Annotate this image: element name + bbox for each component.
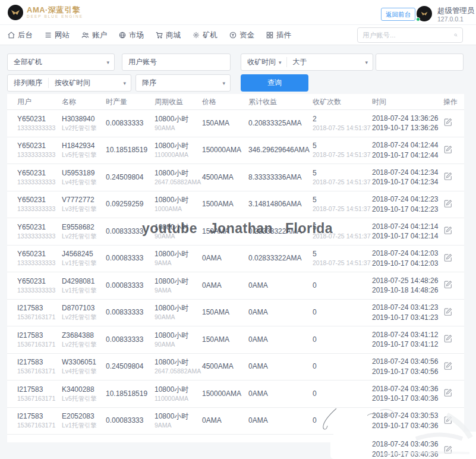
user-phone: 15367163171: [17, 367, 62, 375]
cell-price: 0AMA: [202, 416, 248, 425]
time-value-box: [376, 54, 464, 71]
cell-actions: [443, 253, 464, 265]
cell-user: Y650231 13333333333: [17, 277, 62, 294]
collect-count-value: 2: [313, 115, 372, 124]
nav-item-backstage[interactable]: 后台: [7, 30, 33, 40]
chevron-down-icon: ▾: [102, 59, 114, 65]
edit-icon[interactable]: [443, 225, 453, 235]
collect-count-value: 0: [313, 389, 372, 398]
query-button[interactable]: 查询: [241, 74, 308, 92]
edit-icon[interactable]: [443, 361, 453, 370]
cell-name: W3306051 Lv4托管引擎: [62, 358, 106, 375]
order-field-select-value[interactable]: 按收矿时间: [49, 78, 90, 88]
operator-select-value[interactable]: 大于: [287, 57, 307, 67]
edit-icon[interactable]: [443, 171, 453, 181]
period-hours: 10800小时: [155, 385, 202, 394]
logo[interactable]: AMA·深蓝引擎 DEEP BLUE ENGINE: [8, 5, 83, 20]
nav-item-miner[interactable]: 矿机: [192, 30, 217, 40]
edit-icon[interactable]: [443, 253, 453, 262]
cell-name: V7772772 Lv3托管引擎: [62, 196, 106, 213]
cell-actions: [443, 199, 464, 210]
edit-icon[interactable]: [443, 307, 453, 316]
edit-icon[interactable]: [443, 445, 453, 454]
nav-search-box[interactable]: [357, 27, 463, 43]
nav-item-label: 账户: [92, 30, 107, 40]
start-time: 2018-07-24 04:12:23: [372, 194, 443, 205]
cell-collect-count: 2 2018-07-25 14:51:37: [313, 115, 372, 132]
cell-time: 2018-07-25 14:48:26 2019-10-18 14:48:26: [372, 276, 443, 295]
cell-period-income: 10800小时 90AMA: [155, 304, 202, 321]
nav-item-mall[interactable]: 商城: [155, 30, 181, 40]
price-value: 4500AMA: [202, 362, 248, 371]
user-id: I217583: [17, 412, 62, 421]
column-header: 累计收益: [248, 97, 313, 107]
edit-icon[interactable]: [443, 279, 453, 289]
avatar[interactable]: [417, 6, 432, 21]
edit-icon[interactable]: [443, 415, 453, 425]
search-input[interactable]: [362, 32, 454, 39]
nav-items: 后台网站账户市场商城矿机资金插件: [7, 25, 291, 45]
miner-level: Lv3托管引擎: [62, 205, 106, 213]
user-id: I217583: [17, 331, 62, 340]
cell-name: E2052083 Lv1托管引擎: [62, 412, 106, 429]
end-time: 2019-10-17 04:12:23: [372, 205, 443, 215]
column-header: 时产量: [106, 97, 155, 107]
hourly-output-value: 0.24509804: [106, 173, 155, 182]
edit-icon[interactable]: [443, 334, 453, 343]
cell-price: 150000AMA: [202, 389, 248, 398]
cell-hourly-output: 0.09259259: [106, 200, 155, 209]
search-icon[interactable]: [454, 31, 458, 39]
time-field-select[interactable]: 收矿时间▾: [241, 57, 282, 67]
nav-item-plugin[interactable]: 插件: [266, 30, 291, 40]
table-row: Y650231 13333333333 H3038940 Lv2托管引擎 0.0…: [7, 110, 464, 137]
cell-total-income: 0AMA: [248, 362, 313, 371]
edit-icon[interactable]: [443, 388, 453, 397]
cell-collect-count: 0: [313, 362, 372, 371]
user-id: I217583: [17, 385, 62, 394]
time-value-input[interactable]: [376, 54, 476, 70]
cell-total-income: 0.02833322AMA: [248, 254, 313, 263]
edit-icon[interactable]: [443, 117, 453, 127]
hourly-output-value: 10.18518519: [106, 389, 155, 398]
period-hours: 10800小时: [155, 142, 202, 150]
cell-hourly-output: 0.00083333: [106, 281, 155, 290]
cell-actions: [443, 334, 464, 345]
account-label: 用户账号: [122, 57, 163, 67]
user-id: Y650231: [17, 115, 62, 124]
cell-actions: [443, 171, 464, 183]
period-hours: 10800小时: [155, 169, 202, 178]
cell-collect-count: 5 2018-07-25 14:51:37: [313, 142, 372, 159]
start-time: 2018-07-24 03:41:23: [372, 303, 443, 313]
cell-total-income: 0AMA: [248, 308, 313, 317]
online-status-dot: [416, 17, 420, 21]
cell-time: 2018-07-24 03:41:12 2019-10-17 03:41:12: [372, 330, 443, 350]
total-income-value: 0AMA: [248, 308, 313, 317]
hourly-output-value: 0.00083333: [106, 416, 155, 425]
chevron-down-icon: ▾: [360, 59, 373, 65]
order-direction-select[interactable]: 降序 ▾: [135, 74, 231, 92]
start-time: 2018-07-24 03:41:12: [372, 330, 443, 340]
back-to-front-button[interactable]: 返回前台: [381, 8, 415, 21]
cell-price: 150AMA: [202, 119, 248, 128]
edit-icon[interactable]: [443, 199, 453, 208]
nav-item-website[interactable]: 网站: [44, 30, 70, 40]
miner-level: Lv2托管引擎: [62, 232, 106, 240]
hourly-output-value: 0.00083333: [106, 254, 155, 263]
cell-actions: [443, 279, 464, 291]
nav-item-market[interactable]: 市场: [118, 30, 144, 40]
miner-select[interactable]: 全部矿机 ▾: [7, 54, 115, 71]
cell-actions: [443, 307, 464, 319]
cell-actions: [443, 361, 464, 373]
cart-icon: [155, 31, 163, 39]
cell-collect-count: 0: [313, 416, 372, 425]
user-phone: 13333333333: [17, 205, 62, 213]
cell-price: 150000AMA: [202, 146, 248, 155]
cell-name: E9558682 Lv2托管引擎: [62, 223, 106, 240]
edit-icon[interactable]: [443, 144, 453, 154]
nav-item-funds[interactable]: 资金: [229, 30, 254, 40]
cell-total-income: 0AMA: [248, 389, 313, 398]
nav-item-account[interactable]: 账户: [81, 30, 107, 40]
gear-icon: [192, 31, 200, 39]
nav-item-label: 插件: [276, 30, 291, 40]
logo-title: AMA·深蓝引擎: [27, 6, 83, 14]
